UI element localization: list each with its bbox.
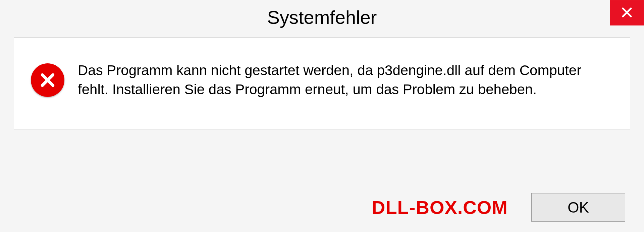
footer: DLL-BOX.COM OK (0, 193, 644, 222)
titlebar: Systemfehler (0, 0, 644, 34)
error-message: Das Programm kann nicht gestartet werden… (78, 61, 613, 99)
close-icon (621, 6, 633, 20)
content-area: Das Programm kann nicht gestartet werden… (14, 37, 630, 129)
watermark-text: DLL-BOX.COM (372, 196, 508, 218)
close-button[interactable] (610, 0, 644, 25)
error-dialog: Systemfehler Das Programm kann nicht ges… (0, 0, 644, 232)
ok-button[interactable]: OK (531, 193, 625, 222)
error-icon (31, 63, 64, 97)
dialog-title: Systemfehler (267, 6, 377, 28)
